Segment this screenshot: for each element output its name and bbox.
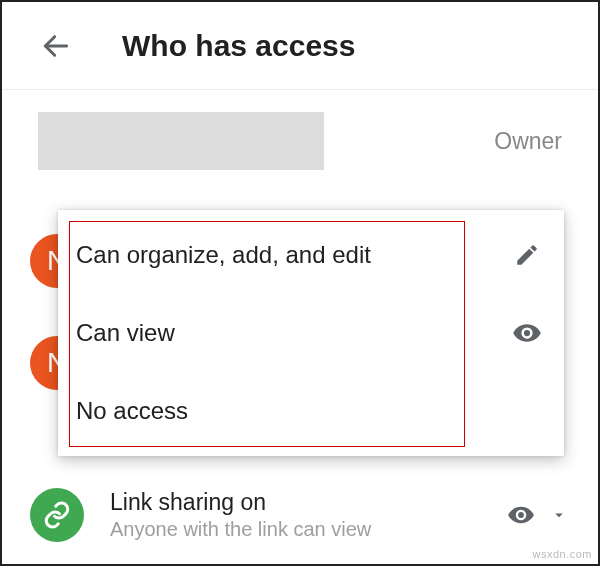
link-sharing-subtitle: Anyone with the link can view <box>110 518 506 541</box>
owner-row: Owner <box>2 90 598 192</box>
permission-option-label: No access <box>76 397 542 425</box>
permission-option-view[interactable]: Can view <box>58 294 564 372</box>
eye-icon <box>512 318 542 348</box>
permission-option-none[interactable]: No access <box>58 372 564 450</box>
link-icon <box>30 488 84 542</box>
watermark: wsxdn.com <box>532 548 592 560</box>
pencil-icon <box>512 240 542 270</box>
eye-icon <box>506 500 536 530</box>
permission-option-edit[interactable]: Can organize, add, and edit <box>58 216 564 294</box>
back-arrow-icon[interactable] <box>38 28 74 64</box>
permission-option-label: Can view <box>76 319 512 347</box>
page-title: Who has access <box>122 29 355 63</box>
link-sharing-row[interactable]: Link sharing on Anyone with the link can… <box>2 488 598 542</box>
permission-option-label: Can organize, add, and edit <box>76 241 512 269</box>
link-sharing-permission-dropdown[interactable] <box>506 500 574 530</box>
chevron-down-icon <box>544 500 574 530</box>
owner-name-redacted <box>38 112 324 170</box>
header: Who has access <box>2 2 598 90</box>
owner-role-label: Owner <box>494 128 562 155</box>
permissions-menu: Can organize, add, and edit Can view No … <box>58 210 564 456</box>
link-sharing-title: Link sharing on <box>110 489 506 516</box>
